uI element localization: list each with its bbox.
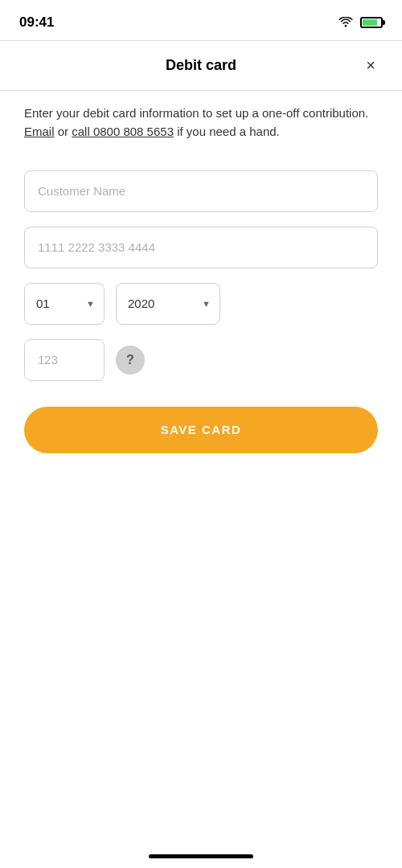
year-select-wrapper: 2020 2021 2022 2023 2024 2025 2026 2027 … [116, 283, 220, 325]
email-link[interactable]: Email [24, 125, 55, 138]
month-select-wrapper: 01 02 03 04 05 06 07 08 09 10 11 12 ▼ [24, 283, 105, 325]
month-select[interactable]: 01 02 03 04 05 06 07 08 09 10 11 12 [24, 283, 105, 325]
year-select[interactable]: 2020 2021 2022 2023 2024 2025 2026 2027 … [116, 283, 220, 325]
description-text: Enter your debit card information to set… [24, 104, 378, 141]
description-part2: or [55, 125, 72, 138]
cvv-row: ? [24, 339, 378, 381]
customer-name-input[interactable] [24, 170, 378, 212]
svg-point-0 [345, 25, 347, 27]
home-indicator [149, 854, 253, 858]
battery-icon [360, 17, 383, 28]
main-content: Enter your debit card information to set… [0, 91, 402, 485]
wifi-icon [338, 17, 354, 28]
page-header: Debit card × [0, 41, 402, 90]
customer-name-group [24, 170, 378, 212]
page-title: Debit card [166, 57, 236, 74]
close-button[interactable]: × [359, 54, 383, 78]
cvv-input[interactable] [24, 339, 105, 381]
phone-link[interactable]: call 0800 808 5653 [72, 125, 174, 138]
card-number-input[interactable] [24, 227, 378, 268]
description-part1: Enter your debit card information to set… [24, 106, 368, 120]
card-number-group [24, 227, 378, 268]
battery-fill [363, 19, 377, 26]
description-part3: if you need a hand. [174, 125, 280, 138]
cvv-help-button[interactable]: ? [116, 346, 145, 375]
status-icons [338, 17, 383, 28]
status-time: 09:41 [19, 14, 54, 31]
expiry-row: 01 02 03 04 05 06 07 08 09 10 11 12 ▼ 20… [24, 283, 378, 325]
status-bar: 09:41 [0, 0, 402, 40]
save-card-button[interactable]: SAVE CARD [24, 407, 378, 453]
